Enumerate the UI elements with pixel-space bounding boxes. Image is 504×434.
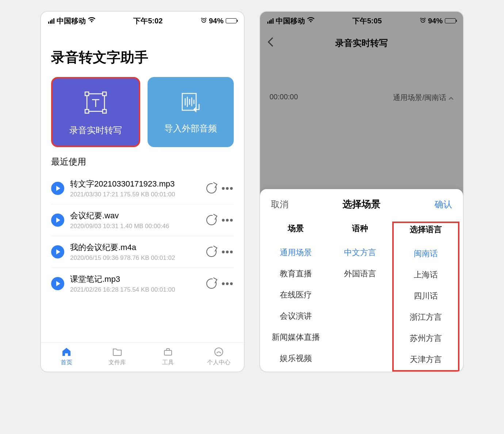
sheet-title: 选择场景 — [343, 198, 381, 211]
app-title: 录音转文字助手 — [51, 48, 234, 67]
recent-title: 最近使用 — [51, 156, 234, 168]
file-item[interactable]: 课堂笔记.mp3 2021/02/26 16:28 175.54 KB 00:0… — [51, 268, 234, 299]
profile-icon — [214, 346, 224, 357]
svg-rect-5 — [103, 110, 106, 113]
play-button[interactable] — [51, 277, 64, 290]
folder-icon — [112, 346, 122, 357]
confirm-button[interactable]: 确认 — [435, 199, 452, 210]
battery-icon — [445, 18, 456, 23]
play-button[interactable] — [51, 214, 64, 227]
status-bar: 中国移动 下午5:02 94% — [41, 12, 244, 30]
tab-tools[interactable]: 工具 — [142, 346, 193, 366]
tab-bar: 首页 文件库 工具 个人中心 — [41, 342, 244, 372]
play-icon — [56, 249, 60, 254]
picker-option[interactable]: 通用场景 — [280, 242, 312, 263]
toolbox-icon — [163, 346, 173, 357]
card-label: 导入外部音频 — [164, 123, 217, 134]
tab-profile[interactable]: 个人中心 — [193, 346, 244, 366]
timer-label: 00:00:00 — [270, 93, 298, 103]
file-meta: 2021/03/30 17:21 175.59 KB 00:01:00 — [70, 191, 203, 198]
realtime-transcribe-card[interactable]: 录音实时转写 — [51, 77, 140, 147]
picker-col-dialect[interactable]: 选择语言 闽南话 上海话 四川话 浙江方言 苏州方言 天津方言 — [392, 222, 459, 372]
battery-label: 94% — [209, 17, 224, 25]
nav-title: 录音实时转写 — [335, 37, 388, 49]
file-meta: 2021/02/26 16:28 175.54 KB 00:01:00 — [70, 286, 203, 293]
picker-option[interactable]: 上海话 — [414, 264, 438, 285]
wifi-icon — [307, 17, 314, 25]
picker-col-lang[interactable]: 语种 中文方言 外国语言 — [328, 223, 392, 372]
picker-option[interactable]: 在线医疗 — [280, 284, 312, 306]
tab-label: 文件库 — [108, 359, 126, 366]
svg-rect-7 — [164, 350, 172, 355]
nav-bar: 录音实时转写 — [260, 30, 463, 56]
picker-option[interactable]: 闽南话 — [414, 243, 438, 264]
play-icon — [56, 186, 60, 191]
retry-icon[interactable] — [206, 183, 217, 193]
picker-col-scene[interactable]: 场景 通用场景 教育直播 在线医疗 会议演讲 新闻媒体直播 娱乐视频 — [264, 223, 328, 372]
carrier-label: 中国移动 — [57, 16, 86, 26]
more-icon[interactable]: ••• — [222, 247, 234, 257]
play-icon — [56, 218, 60, 223]
play-button[interactable] — [51, 245, 64, 258]
play-button[interactable] — [51, 182, 64, 195]
file-meta: 2020/06/15 09:36 978.76 KB 00:01:02 — [70, 254, 203, 262]
picker-header: 语种 — [352, 223, 368, 234]
scene-selector-label: 通用场景/闽南话 — [393, 93, 446, 103]
picker-option[interactable]: 新闻媒体直播 — [272, 327, 320, 348]
import-audio-icon — [179, 91, 202, 116]
picker-option[interactable]: 会议演讲 — [280, 306, 312, 327]
file-name: 转文字20210330171923.mp3 — [70, 178, 203, 189]
tab-home[interactable]: 首页 — [41, 346, 92, 366]
more-icon[interactable]: ••• — [222, 184, 234, 193]
file-meta: 2020/09/03 10:31 1.40 MB 00:00:46 — [70, 223, 203, 230]
scene-picker-sheet: 取消 选择场景 确认 场景 通用场景 教育直播 在线医疗 会议演讲 新闻媒体直播… — [260, 189, 463, 372]
battery-icon — [226, 18, 237, 23]
retry-icon[interactable] — [206, 215, 217, 225]
tab-label: 首页 — [61, 359, 72, 366]
picker-header: 场景 — [288, 223, 304, 234]
picker-option[interactable]: 外国语言 — [344, 263, 376, 284]
wifi-icon — [88, 17, 95, 25]
phone-screen-1: 中国移动 下午5:02 94% 录音转文字助手 — [40, 11, 245, 372]
file-name: 课堂笔记.mp3 — [70, 274, 203, 285]
file-list: 转文字20210330171923.mp3 2021/03/30 17:21 1… — [51, 173, 234, 299]
tab-label: 个人中心 — [207, 359, 230, 366]
picker-option[interactable]: 天津方言 — [410, 349, 442, 370]
picker-option[interactable]: 四川话 — [414, 285, 438, 307]
scene-selector[interactable]: 通用场景/闽南话 — [393, 93, 454, 103]
signal-icon — [48, 18, 54, 24]
import-audio-card[interactable]: 导入外部音频 — [148, 77, 234, 147]
more-icon[interactable]: ••• — [222, 215, 234, 225]
file-item[interactable]: 会议纪要.wav 2020/09/03 10:31 1.40 MB 00:00:… — [51, 204, 234, 236]
chevron-up-icon — [448, 93, 454, 102]
tab-files[interactable]: 文件库 — [92, 346, 142, 366]
file-name: 我的会议纪要.m4a — [70, 242, 203, 253]
more-icon[interactable]: ••• — [222, 279, 234, 288]
picker-header: 选择语言 — [410, 224, 442, 235]
retry-icon[interactable] — [206, 247, 217, 257]
picker-option[interactable]: 浙江方言 — [410, 307, 442, 328]
file-name: 会议纪要.wav — [70, 210, 203, 221]
carrier-label: 中国移动 — [276, 16, 305, 26]
retry-icon[interactable] — [206, 279, 217, 289]
tab-label: 工具 — [162, 359, 174, 366]
battery-label: 94% — [428, 17, 443, 25]
back-button[interactable] — [267, 37, 273, 49]
status-bar: 中国移动 下午5:05 94% — [260, 12, 463, 30]
alarm-icon — [420, 17, 426, 24]
signal-icon — [267, 18, 274, 24]
svg-rect-3 — [103, 92, 106, 96]
picker-option[interactable]: 教育直播 — [280, 263, 312, 284]
phone-screen-2: 中国移动 下午5:05 94% 录音实时转写 — [259, 11, 464, 372]
picker-option[interactable]: 娱乐视频 — [280, 348, 312, 369]
card-label: 录音实时转写 — [69, 124, 122, 136]
picker-option[interactable]: 苏州方言 — [410, 328, 442, 349]
clock: 下午5:05 — [352, 16, 382, 26]
svg-rect-2 — [85, 92, 89, 96]
alarm-icon — [201, 17, 207, 24]
play-icon — [56, 281, 60, 286]
file-item[interactable]: 转文字20210330171923.mp3 2021/03/30 17:21 1… — [51, 173, 234, 204]
file-item[interactable]: 我的会议纪要.m4a 2020/06/15 09:36 978.76 KB 00… — [51, 236, 234, 268]
picker-option[interactable]: 中文方言 — [344, 242, 376, 263]
cancel-button[interactable]: 取消 — [271, 199, 289, 210]
